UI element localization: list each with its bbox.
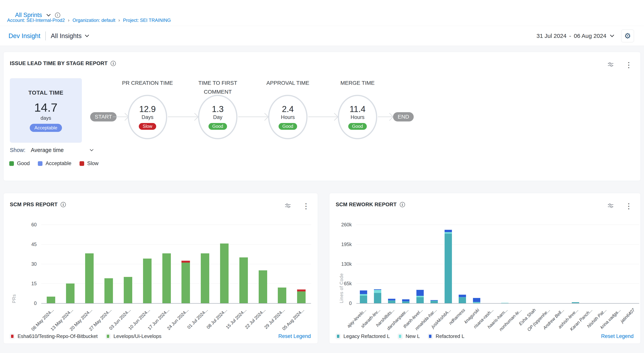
legend-item-repo-levelops[interactable]: Levelops/Ui-Levelops: [106, 333, 162, 339]
kebab-menu-icon[interactable]: ⋮: [302, 202, 310, 210]
kebab-menu-icon[interactable]: ⋮: [625, 202, 632, 210]
filter-icon[interactable]: [607, 202, 614, 210]
bar-segment[interactable]: [402, 302, 410, 303]
legend-swatch: [398, 334, 402, 339]
bar-segment[interactable]: [162, 253, 171, 303]
bar-segment[interactable]: [124, 277, 132, 303]
date-range-start: 31 Jul 2024: [536, 33, 566, 39]
stage-title: APPROVAL TIME: [262, 78, 314, 88]
bar-segment[interactable]: [297, 290, 306, 292]
bar-segment[interactable]: [278, 288, 286, 303]
chevron-down-icon: [90, 148, 93, 151]
bar-segment[interactable]: [374, 290, 381, 293]
flow-arrow: [113, 117, 128, 117]
y-axis-tick: 0: [349, 300, 352, 306]
bar-segment[interactable]: [388, 301, 395, 303]
bar-segment[interactable]: [430, 301, 438, 303]
bar-segment[interactable]: [459, 298, 466, 303]
y-axis-tick: 260k: [341, 222, 352, 228]
flow-arrow: [308, 117, 337, 117]
breadcrumb-project[interactable]: Project: SEI TRAINING: [123, 18, 171, 23]
info-icon[interactable]: i: [400, 202, 405, 207]
legend-label: Esha610/Testing-Repo-Of-Bitbucket: [18, 333, 98, 339]
panel-title: SCM PRS REPORT: [10, 202, 58, 208]
bar-segment[interactable]: [143, 258, 152, 303]
filter-icon[interactable]: [284, 202, 291, 210]
bar-segment[interactable]: [360, 290, 367, 294]
bar-segment[interactable]: [572, 302, 579, 303]
bar-segment[interactable]: [297, 292, 306, 303]
info-icon[interactable]: i: [60, 202, 66, 207]
bar-segment[interactable]: [182, 261, 190, 263]
legend-label: Slow: [87, 160, 99, 166]
info-icon[interactable]: i: [55, 12, 60, 18]
insight-dropdown[interactable]: All Insights: [51, 32, 88, 40]
bar-segment[interactable]: [388, 300, 395, 301]
bar-segment[interactable]: [47, 296, 55, 303]
legend-item-repo-esha[interactable]: Esha610/Testing-Repo-Of-Bitbucket: [10, 333, 98, 339]
scm-prs-panel: SCM PRS REPORT i ⋮ PRs 01530456006 May 2…: [3, 193, 318, 344]
bar-segment[interactable]: [444, 232, 452, 234]
gridline: [41, 244, 311, 244]
stage-unit: Hours: [281, 114, 295, 120]
bar-segment[interactable]: [459, 295, 466, 297]
bar-segment[interactable]: [66, 284, 74, 303]
stage-title: TIME TO FIRST COMMENT: [192, 78, 244, 96]
legend-swatch: [336, 334, 340, 339]
bar-segment[interactable]: [104, 278, 113, 303]
legend-label: Levelops/Ui-Levelops: [114, 333, 162, 339]
legend-item-refactored[interactable]: Refactored L: [428, 333, 464, 339]
bar-segment[interactable]: [85, 253, 94, 303]
legend-item-legacy-refactored[interactable]: Legacy Refactored L: [336, 333, 390, 339]
info-icon[interactable]: i: [110, 61, 116, 66]
rework-chart-legend: Legacy Refactored L New L Refactored L R…: [336, 333, 634, 339]
bar-segment[interactable]: [374, 289, 381, 290]
gridline: [356, 264, 639, 264]
show-dropdown[interactable]: Show: Average time: [10, 147, 93, 153]
bar-segment[interactable]: [360, 294, 367, 296]
legend-label: New L: [406, 333, 420, 339]
settings-button[interactable]: ⚙: [621, 30, 634, 42]
bar-segment[interactable]: [459, 297, 466, 298]
bar-segment[interactable]: [473, 303, 480, 303]
filter-icon[interactable]: [607, 61, 614, 68]
bar-segment[interactable]: [201, 253, 209, 303]
kebab-menu-icon[interactable]: ⋮: [625, 61, 632, 68]
bar-segment[interactable]: [416, 296, 424, 297]
bar-segment[interactable]: [416, 297, 424, 303]
breadcrumb-organization[interactable]: Organization: default: [72, 18, 115, 23]
top-header: Account: SEI-Internal-Prod2 › Organizati…: [0, 0, 644, 46]
reset-legend-link[interactable]: Reset Legend: [278, 333, 311, 339]
bar-segment[interactable]: [444, 230, 452, 232]
bar-segment[interactable]: [259, 270, 267, 303]
nav-dev-insight[interactable]: Dev Insight: [8, 32, 40, 40]
bar-segment[interactable]: [240, 258, 248, 303]
bar-segment[interactable]: [402, 299, 410, 302]
bar-segment[interactable]: [182, 263, 190, 303]
total-time-unit: days: [10, 115, 82, 121]
stage-node-approval: 2.4 Hours Good: [268, 95, 308, 139]
bar-segment[interactable]: [388, 299, 395, 300]
bar-segment[interactable]: [473, 298, 480, 302]
bar-segment[interactable]: [501, 303, 508, 303]
flow-end-node: END: [393, 112, 414, 122]
stage-unit: Days: [142, 114, 154, 120]
bar-segment[interactable]: [416, 290, 424, 296]
stage-badge: Good: [348, 123, 367, 130]
bar-segment[interactable]: [444, 234, 452, 303]
total-time-value: 14.7: [10, 100, 82, 114]
show-dropdown-label: Show:: [10, 147, 26, 153]
sprint-selector[interactable]: All Sprints i: [15, 12, 60, 18]
bar-segment[interactable]: [220, 244, 228, 303]
bar-segment[interactable]: [402, 302, 410, 302]
bar-segment[interactable]: [374, 293, 381, 303]
flow-start-node: START: [90, 112, 116, 122]
bar-segment[interactable]: [430, 300, 438, 300]
stage-badge: Good: [208, 123, 227, 130]
date-range-picker[interactable]: 31 Jul 2024 - 06 Aug 2024: [536, 26, 614, 46]
reset-legend-link[interactable]: Reset Legend: [601, 333, 634, 339]
chevron-down-icon[interactable]: [46, 12, 50, 16]
legend-item-new[interactable]: New L: [398, 333, 420, 339]
bar-segment[interactable]: [473, 302, 480, 303]
bar-segment[interactable]: [360, 296, 367, 303]
